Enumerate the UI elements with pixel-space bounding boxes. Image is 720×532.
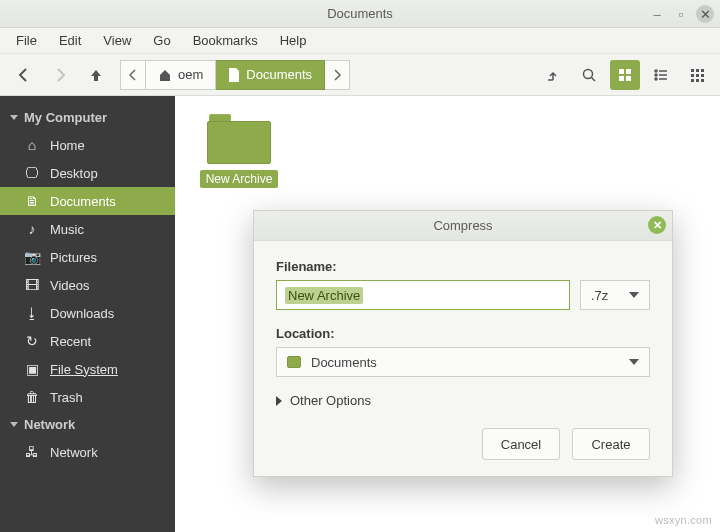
folder-icon	[287, 356, 301, 368]
toggle-location-button[interactable]	[538, 60, 568, 90]
menu-file[interactable]: File	[6, 30, 47, 51]
folder-icon	[207, 114, 271, 164]
forward-button[interactable]	[44, 59, 76, 91]
sidebar-item-desktop[interactable]: 🖵Desktop	[0, 159, 175, 187]
dialog-title: Compress	[433, 218, 492, 233]
svg-rect-11	[691, 74, 694, 77]
document-icon	[228, 68, 240, 82]
pictures-icon: 📷	[24, 249, 40, 265]
sidebar-item-trash[interactable]: 🗑Trash	[0, 383, 175, 411]
svg-rect-1	[619, 69, 624, 74]
create-button[interactable]: Create	[572, 428, 650, 460]
sidebar-item-network[interactable]: 🖧Network	[0, 438, 175, 466]
svg-rect-14	[691, 79, 694, 82]
maximize-button[interactable]: ▫	[672, 5, 690, 23]
search-button[interactable]	[574, 60, 604, 90]
cancel-button[interactable]: Cancel	[482, 428, 560, 460]
location-label: Location:	[276, 326, 650, 341]
sidebar-section-computer[interactable]: My Computer	[0, 104, 175, 131]
chevron-down-icon	[629, 292, 639, 298]
sidebar-item-recent[interactable]: ↻Recent	[0, 327, 175, 355]
network-icon: 🖧	[24, 444, 40, 460]
sidebar-item-filesystem[interactable]: ▣File System	[0, 355, 175, 383]
folder-item[interactable]: New Archive	[199, 114, 279, 188]
icon-view-button[interactable]	[610, 60, 640, 90]
location-dropdown[interactable]: Documents	[276, 347, 650, 377]
svg-rect-4	[626, 76, 631, 81]
svg-rect-2	[626, 69, 631, 74]
sidebar-item-downloads[interactable]: ⭳Downloads	[0, 299, 175, 327]
sidebar-item-pictures[interactable]: 📷Pictures	[0, 243, 175, 271]
sidebar-item-videos[interactable]: 🎞Videos	[0, 271, 175, 299]
svg-rect-10	[701, 69, 704, 72]
svg-point-7	[655, 78, 657, 80]
window-controls: – ▫ ✕	[648, 5, 714, 23]
menu-bookmarks[interactable]: Bookmarks	[183, 30, 268, 51]
sidebar-item-home[interactable]: ⌂Home	[0, 131, 175, 159]
svg-rect-8	[691, 69, 694, 72]
pathbar: oem Documents	[120, 60, 350, 90]
sidebar: My Computer ⌂Home 🖵Desktop 🗎Documents ♪M…	[0, 96, 175, 532]
document-icon: 🗎	[24, 193, 40, 209]
folder-label: New Archive	[200, 170, 279, 188]
path-back-segment[interactable]	[120, 60, 146, 90]
svg-rect-3	[619, 76, 624, 81]
dialog-close-button[interactable]: ✕	[648, 216, 666, 234]
chevron-down-icon	[10, 115, 18, 120]
svg-rect-16	[701, 79, 704, 82]
svg-rect-12	[696, 74, 699, 77]
music-icon: ♪	[24, 221, 40, 237]
menu-go[interactable]: Go	[143, 30, 180, 51]
menu-help[interactable]: Help	[270, 30, 317, 51]
chevron-down-icon	[629, 359, 639, 365]
svg-point-0	[584, 69, 593, 78]
list-view-button[interactable]	[646, 60, 676, 90]
sidebar-item-documents[interactable]: 🗎Documents	[0, 187, 175, 215]
dialog-actions: Cancel Create	[276, 428, 650, 460]
path-forward-segment[interactable]	[325, 60, 350, 90]
svg-rect-13	[701, 74, 704, 77]
titlebar: Documents – ▫ ✕	[0, 0, 720, 28]
menubar: File Edit View Go Bookmarks Help	[0, 28, 720, 54]
menu-view[interactable]: View	[93, 30, 141, 51]
format-value: .7z	[591, 288, 608, 303]
window-title: Documents	[327, 6, 393, 21]
toolbar: oem Documents	[0, 54, 720, 96]
filename-value: New Archive	[285, 287, 363, 304]
filename-label: Filename:	[276, 259, 650, 274]
svg-point-5	[655, 70, 657, 72]
sidebar-section-network[interactable]: Network	[0, 411, 175, 438]
compact-view-button[interactable]	[682, 60, 712, 90]
desktop-icon: 🖵	[24, 165, 40, 181]
svg-rect-15	[696, 79, 699, 82]
watermark: wsxyn.com	[655, 514, 712, 526]
back-button[interactable]	[8, 59, 40, 91]
chevron-right-icon	[276, 396, 282, 406]
chevron-down-icon	[10, 422, 18, 427]
filename-input[interactable]: New Archive	[276, 280, 570, 310]
svg-rect-9	[696, 69, 699, 72]
home-icon: ⌂	[24, 137, 40, 153]
up-button[interactable]	[80, 59, 112, 91]
close-button[interactable]: ✕	[696, 5, 714, 23]
videos-icon: 🎞	[24, 277, 40, 293]
recent-icon: ↻	[24, 333, 40, 349]
home-icon	[158, 68, 172, 82]
svg-point-6	[655, 74, 657, 76]
downloads-icon: ⭳	[24, 305, 40, 321]
format-dropdown[interactable]: .7z	[580, 280, 650, 310]
path-home-label: oem	[178, 67, 203, 82]
path-home[interactable]: oem	[146, 60, 216, 90]
minimize-button[interactable]: –	[648, 5, 666, 23]
path-current[interactable]: Documents	[216, 60, 325, 90]
location-value: Documents	[311, 355, 377, 370]
menu-edit[interactable]: Edit	[49, 30, 91, 51]
view-controls	[538, 60, 712, 90]
trash-icon: 🗑	[24, 389, 40, 405]
disk-icon: ▣	[24, 361, 40, 377]
compress-dialog: Compress ✕ Filename: New Archive .7z Loc…	[253, 210, 673, 477]
dialog-titlebar: Compress ✕	[254, 211, 672, 241]
path-current-label: Documents	[246, 67, 312, 82]
sidebar-item-music[interactable]: ♪Music	[0, 215, 175, 243]
other-options-toggle[interactable]: Other Options	[276, 393, 650, 408]
